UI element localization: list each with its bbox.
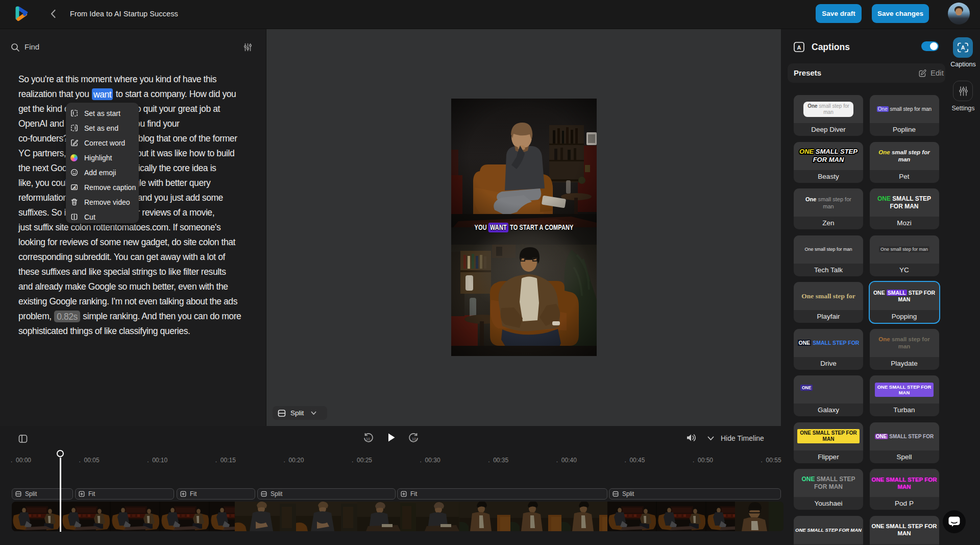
svg-text:10: 10 [412,437,416,441]
svg-text:A: A [961,44,965,51]
svg-text:A: A [797,44,801,51]
svg-text:10: 10 [366,437,370,441]
